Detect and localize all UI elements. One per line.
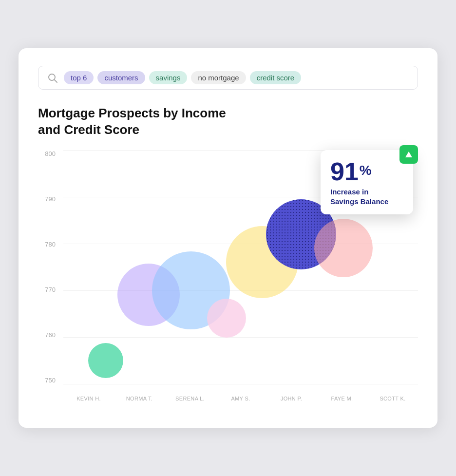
chart-title-line1: Mortgage Prospects by Income (38, 106, 226, 120)
bubble (314, 219, 373, 277)
search-tag[interactable]: credit score (250, 71, 302, 84)
tooltip-label-line2: Savings Balance (330, 197, 388, 206)
tooltip-percent: 91% (330, 159, 403, 184)
main-card: top 6customerssavingsno mortgagecredit s… (19, 48, 437, 428)
svg-line-1 (55, 79, 57, 82)
gridline (63, 384, 418, 384)
tooltip-badge (399, 145, 418, 164)
chart-plot: 91% Increase in Savings Balance (63, 150, 418, 384)
x-label: FAYE M. (317, 396, 367, 401)
bubble (88, 343, 123, 378)
y-label: 760 (45, 331, 56, 339)
tooltip-percent-sign: % (360, 164, 372, 177)
gridline (63, 337, 418, 338)
x-axis: KEVIN H.NORMA T.SERENA L.AMY S.JOHN P.FA… (63, 389, 418, 408)
y-label: 790 (45, 195, 56, 203)
svg-marker-2 (405, 152, 412, 157)
x-label: AMY S. (215, 396, 266, 401)
y-label: 750 (45, 377, 56, 384)
tooltip-label-line1: Increase in (330, 188, 368, 196)
tooltip-label: Increase in Savings Balance (330, 187, 403, 207)
bubble (207, 299, 246, 338)
search-tag[interactable]: customers (97, 71, 145, 84)
search-tag[interactable]: savings (149, 71, 188, 84)
search-icon (47, 73, 58, 83)
chart-area: 800790780770760750 91% Increase in Savin… (38, 150, 418, 408)
y-axis: 800790780770760750 (38, 150, 59, 384)
tag-list: top 6customerssavingsno mortgagecredit s… (64, 71, 301, 84)
x-label: KEVIN H. (63, 396, 114, 401)
chart-title-line2: and Credit Score (38, 122, 139, 137)
tooltip-card: 91% Increase in Savings Balance (321, 150, 413, 215)
search-tag[interactable]: no mortgage (191, 71, 246, 84)
chart-title: Mortgage Prospects by Income and Credit … (38, 105, 418, 138)
y-label: 770 (45, 286, 56, 293)
x-label: SCOTT K. (367, 396, 418, 401)
search-bar[interactable]: top 6customerssavingsno mortgagecredit s… (38, 66, 418, 90)
x-label: SERENA L. (165, 396, 215, 401)
y-label: 780 (45, 241, 56, 248)
x-label: NORMA T. (114, 396, 165, 401)
search-tag[interactable]: top 6 (64, 71, 94, 84)
x-label: JOHN P. (266, 396, 317, 401)
y-label: 800 (45, 150, 56, 157)
tooltip-percent-value: 91 (330, 159, 359, 184)
